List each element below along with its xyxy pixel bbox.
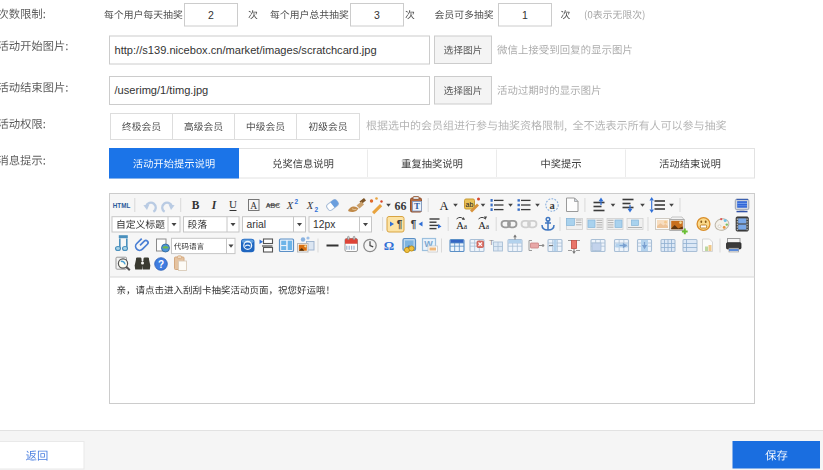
svg-text:B: B	[192, 199, 200, 211]
svg-text:?: ?	[158, 259, 164, 270]
svg-text:U: U	[229, 198, 237, 210]
svg-text:2: 2	[315, 206, 319, 213]
svg-text:HTML: HTML	[113, 202, 131, 209]
svg-text:¶: ¶	[397, 219, 403, 230]
svg-text:http://s139.nicebox.cn/market/: http://s139.nicebox.cn/market/images/scr…	[115, 44, 377, 56]
svg-text:1: 1	[522, 9, 528, 21]
svg-text:A: A	[250, 201, 257, 211]
svg-text:3: 3	[374, 9, 380, 21]
svg-text:X: X	[306, 200, 314, 211]
svg-text:¶: ¶	[411, 219, 417, 230]
svg-text:/userimg/1/timg.jpg: /userimg/1/timg.jpg	[115, 84, 209, 96]
svg-text:2: 2	[295, 198, 299, 205]
svg-text:A: A	[439, 199, 448, 213]
svg-text:2: 2	[208, 9, 214, 21]
svg-text:66: 66	[395, 199, 407, 213]
svg-text:a: a	[549, 200, 555, 211]
svg-text:I: I	[211, 199, 217, 211]
svg-text:arial: arial	[247, 219, 266, 230]
svg-text:ab: ab	[466, 201, 474, 208]
svg-text:X: X	[286, 200, 294, 211]
svg-text:T: T	[414, 201, 420, 211]
svg-text:12px: 12px	[313, 219, 336, 230]
svg-text:Ω: Ω	[384, 238, 394, 253]
